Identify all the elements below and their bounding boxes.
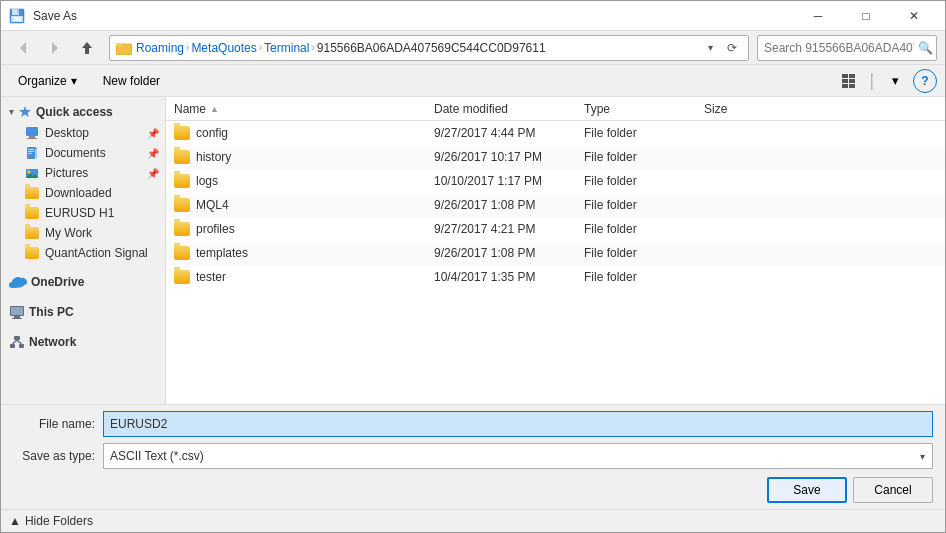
table-row[interactable]: config 9/27/2017 4:44 PM File folder	[166, 121, 945, 145]
save-button[interactable]: Save	[767, 477, 847, 503]
sidebar-item-documents[interactable]: Documents 📌	[1, 143, 165, 163]
save-icon	[9, 8, 25, 24]
sidebar: ▾ Quick access Desktop 📌	[1, 97, 166, 404]
bottom-bar: File name: Save as type: ASCII Text (*.c…	[1, 404, 945, 509]
sidebar-thispc[interactable]: This PC	[1, 301, 165, 323]
help-button[interactable]: ?	[913, 69, 937, 93]
close-button[interactable]: ✕	[891, 1, 937, 31]
title-bar-controls: ─ □ ✕	[795, 1, 937, 31]
bottom-actions: Save Cancel	[13, 475, 933, 503]
sidebar-item-eurusd[interactable]: EURUSD H1	[1, 203, 165, 223]
table-row[interactable]: MQL4 9/26/2017 1:08 PM File folder	[166, 193, 945, 217]
folder-mywork-icon	[25, 227, 39, 239]
quick-access-header[interactable]: ▾ Quick access	[1, 101, 165, 123]
breadcrumb-roaming[interactable]: Roaming	[136, 41, 184, 55]
table-row[interactable]: profiles 9/27/2017 4:21 PM File folder	[166, 217, 945, 241]
svg-rect-31	[11, 307, 23, 315]
window-title: Save As	[33, 9, 77, 23]
cancel-button[interactable]: Cancel	[853, 477, 933, 503]
view-options-button[interactable]	[836, 69, 864, 93]
svg-marker-6	[52, 42, 58, 54]
svg-rect-34	[14, 336, 20, 340]
col-date-header[interactable]: Date modified	[434, 102, 584, 116]
file-date-cell: 9/26/2017 10:17 PM	[434, 150, 584, 164]
svg-rect-36	[19, 344, 24, 348]
search-bar: 🔍	[757, 35, 937, 61]
svg-rect-2	[17, 9, 19, 13]
table-row[interactable]: tester 10/4/2017 1:35 PM File folder	[166, 265, 945, 289]
view-separator: │	[868, 73, 877, 89]
file-type-cell: File folder	[584, 174, 704, 188]
sidebar-item-downloaded-label: Downloaded	[45, 186, 112, 200]
breadcrumb-terminal[interactable]: Terminal	[264, 41, 309, 55]
table-row[interactable]: logs 10/10/2017 1:17 PM File folder	[166, 169, 945, 193]
svg-marker-7	[82, 42, 92, 48]
breadcrumb-metaquotes[interactable]: MetaQuotes	[191, 41, 256, 55]
sidebar-onedrive[interactable]: OneDrive	[1, 271, 165, 293]
search-input[interactable]	[764, 41, 914, 55]
view-dropdown-button[interactable]: ▾	[881, 69, 909, 93]
title-bar-left: Save As	[9, 8, 77, 24]
sidebar-item-desktop-label: Desktop	[45, 126, 89, 140]
column-headers: Name ▲ Date modified Type Size	[166, 97, 945, 121]
savetype-select[interactable]: ASCII Text (*.csv)	[103, 443, 933, 469]
svg-rect-26	[35, 147, 37, 159]
collapse-icon: ▲	[9, 514, 21, 528]
col-type-header[interactable]: Type	[584, 102, 704, 116]
breadcrumb: Roaming › MetaQuotes › Terminal › 915566…	[136, 41, 698, 55]
filename-row: File name:	[13, 411, 933, 437]
col-name-header[interactable]: Name ▲	[174, 102, 434, 116]
table-row[interactable]: history 9/26/2017 10:17 PM File folder	[166, 145, 945, 169]
sidebar-item-downloaded[interactable]: Downloaded	[1, 183, 165, 203]
breadcrumb-current: 915566BA06ADA407569C544CC0D97611	[317, 41, 546, 55]
onedrive-label: OneDrive	[31, 275, 84, 289]
savetype-label: Save as type:	[13, 449, 103, 463]
sidebar-divider-3	[1, 323, 165, 331]
address-bar[interactable]: Roaming › MetaQuotes › Terminal › 915566…	[109, 35, 749, 61]
svg-rect-4	[13, 17, 21, 21]
sidebar-divider-2	[1, 293, 165, 301]
organize-label: Organize	[18, 74, 67, 88]
svg-line-37	[13, 340, 18, 344]
filename-input[interactable]	[103, 411, 933, 437]
svg-rect-24	[28, 151, 34, 152]
folder-icon	[174, 174, 190, 188]
file-type-cell: File folder	[584, 150, 704, 164]
svg-marker-5	[20, 42, 26, 54]
back-button[interactable]	[9, 36, 37, 60]
sidebar-network[interactable]: Network	[1, 331, 165, 353]
sidebar-item-eurusd-label: EURUSD H1	[45, 206, 114, 220]
svg-rect-15	[849, 79, 855, 83]
new-folder-button[interactable]: New folder	[94, 69, 169, 93]
file-name-cell: templates	[174, 246, 434, 260]
svg-rect-33	[12, 318, 22, 319]
desktop-icon	[25, 126, 39, 140]
hide-folders-bar[interactable]: ▲ Hide Folders	[1, 509, 945, 532]
forward-button[interactable]	[41, 36, 69, 60]
maximize-button[interactable]: □	[843, 1, 889, 31]
svg-line-38	[17, 340, 22, 344]
sidebar-item-pictures[interactable]: Pictures 📌	[1, 163, 165, 183]
network-label: Network	[29, 335, 76, 349]
refresh-button[interactable]: ⟳	[722, 38, 742, 58]
action-toolbar: Organize ▾ New folder │ ▾ ?	[1, 65, 945, 97]
col-size-header[interactable]: Size	[704, 102, 784, 116]
file-date-cell: 9/26/2017 1:08 PM	[434, 246, 584, 260]
organize-arrow: ▾	[71, 74, 77, 88]
organize-button[interactable]: Organize ▾	[9, 69, 86, 93]
file-name-cell: history	[174, 150, 434, 164]
view-grid-icon	[842, 74, 858, 88]
svg-rect-35	[10, 344, 15, 348]
table-row[interactable]: templates 9/26/2017 1:08 PM File folder	[166, 241, 945, 265]
minimize-button[interactable]: ─	[795, 1, 841, 31]
file-name-cell: MQL4	[174, 198, 434, 212]
address-dropdown-button[interactable]: ▾	[702, 38, 718, 58]
up-button[interactable]	[73, 36, 101, 60]
folder-icon	[174, 222, 190, 236]
sidebar-item-quantaction[interactable]: QuantAction Signal	[1, 243, 165, 263]
pictures-icon	[25, 166, 39, 180]
thispc-icon	[9, 305, 25, 319]
documents-icon	[25, 146, 39, 160]
sidebar-item-desktop[interactable]: Desktop 📌	[1, 123, 165, 143]
sidebar-item-mywork[interactable]: My Work	[1, 223, 165, 243]
